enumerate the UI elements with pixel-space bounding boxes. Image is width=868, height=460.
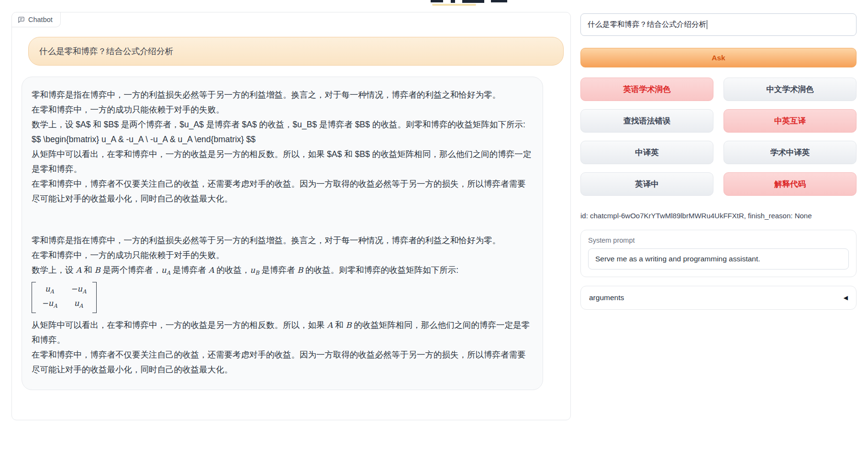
title-underline — [432, 4, 476, 6]
bot-raw-line: 零和博弈是指在博弈中，一方的利益损失必然等于另一方的利益增益。换言之，对于每一种… — [32, 88, 533, 102]
preset-button-zh-to-en[interactable]: 中译英 — [580, 141, 713, 164]
question-input[interactable]: 什么是零和博弈？结合公式介绍分析 — [580, 13, 857, 36]
bot-raw-line: 在零和博弈中，一方的成功只能依赖于对手的失败。 — [32, 102, 533, 117]
system-prompt-input[interactable]: Serve me as a writing and programming as… — [588, 248, 849, 269]
matrix-entry: −uA — [71, 283, 87, 297]
math-var: uB — [250, 266, 259, 275]
chatbot-panel-label: Chatbot — [12, 12, 61, 27]
system-prompt-label: System prompt — [588, 236, 849, 244]
user-message-text: 什么是零和博弈？结合公式介绍分析 — [39, 46, 173, 56]
preset-button-chinese-polish[interactable]: 中文学术润色 — [723, 78, 857, 101]
preset-button-explain-code[interactable]: 解释代码 — [723, 172, 857, 196]
math-var: A — [327, 321, 333, 330]
title-fragment — [491, 0, 507, 2]
bot-rendered-line: 在零和博弈中，博弈者不仅要关注自己的收益，还需要考虑对手的收益。因为一方取得的收… — [32, 348, 533, 377]
matrix-entry: uA — [42, 283, 57, 297]
chatbot-panel: Chatbot 什么是零和博弈？结合公式介绍分析 零和博弈是指在博弈中，一方的利… — [11, 12, 571, 420]
bot-raw-latex-line: $$ \begin{bmatrix} u_A & -u_A \ -u_A & u… — [32, 132, 533, 147]
text-cursor — [707, 20, 707, 29]
preset-button-zh-en-mutual[interactable]: 中英互译 — [723, 109, 857, 133]
math-var: uA — [161, 266, 170, 275]
bot-raw-block: 零和博弈是指在博弈中，一方的利益损失必然等于另一方的利益增益。换言之，对于每一种… — [32, 88, 533, 206]
chat-messages: 什么是零和博弈？结合公式介绍分析 零和博弈是指在博弈中，一方的利益损失必然等于另… — [12, 12, 570, 390]
question-input-value: 什么是零和博弈？结合公式介绍分析 — [588, 20, 706, 30]
clipped-page-title — [430, 0, 525, 7]
chatbot-panel-label-text: Chatbot — [28, 16, 53, 23]
message-gap — [32, 206, 533, 233]
arguments-accordion[interactable]: arguments ◀ — [580, 286, 857, 310]
bot-raw-line: 从矩阵中可以看出，在零和博弈中，一方的收益是另一方的相反数。所以，如果 $A$ … — [32, 147, 533, 177]
bot-rendered-line: 在零和博弈中，一方的成功只能依赖于对手的失败。 — [32, 248, 533, 263]
bot-rendered-line: 零和博弈是指在博弈中，一方的利益损失必然等于另一方的利益增益。换言之，对于每一种… — [32, 233, 533, 248]
math-var: B — [346, 321, 352, 330]
bot-rendered-line: 从矩阵中可以看出，在零和博弈中，一方的收益是另一方的相反数。所以，如果 A 和 … — [32, 318, 533, 348]
bot-message-bubble: 零和博弈是指在博弈中，一方的利益损失必然等于另一方的利益增益。换言之，对于每一种… — [22, 77, 543, 390]
math-var: A — [76, 266, 81, 275]
completion-status-line: id: chatcmpl-6wOo7KrYTwMl89lbrMWRu4UkFFX… — [580, 212, 857, 220]
user-message-bubble: 什么是零和博弈？结合公式介绍分析 — [28, 37, 564, 66]
preset-button-english-polish[interactable]: 英语学术润色 — [580, 78, 713, 101]
preset-button-find-grammar[interactable]: 查找语法错误 — [580, 109, 713, 133]
matrix-right-bracket — [92, 282, 97, 313]
collapse-triangle-icon: ◀ — [844, 294, 848, 301]
matrix-left-bracket — [32, 282, 36, 313]
math-var: A — [209, 266, 214, 275]
math-var: B — [95, 266, 100, 275]
bot-rendered-block: 零和博弈是指在博弈中，一方的利益损失必然等于另一方的利益增益。换言之，对于每一种… — [32, 233, 533, 377]
bot-raw-line: 数学上，设 $A$ 和 $B$ 是两个博弈者，$u_A$ 是博弈者 $A$ 的收… — [32, 117, 533, 132]
arguments-accordion-label: arguments — [589, 293, 624, 302]
bot-raw-line: 在零和博弈中，博弈者不仅要关注自己的收益，还需要考虑对手的收益。因为一方取得的收… — [32, 177, 533, 206]
matrix-entry: uA — [71, 298, 87, 312]
rendered-matrix: uA −uA −uA uA — [32, 280, 533, 318]
controls-column: 什么是零和博弈？结合公式介绍分析 Ask 英语学术润色 中文学术润色 查找语法错… — [580, 13, 857, 310]
preset-button-en-to-zh[interactable]: 英译中 — [580, 172, 713, 196]
system-prompt-box: System prompt Serve me as a writing and … — [580, 230, 857, 277]
bot-rendered-math-intro: 数学上，设 A 和 B 是两个博弈者，uA 是博弈者 A 的收益，uB 是博弈者… — [32, 263, 533, 280]
matrix-entry: −uA — [42, 298, 57, 312]
title-fragment — [462, 0, 484, 3]
preset-button-academic-zh-en[interactable]: 学术中译英 — [723, 141, 857, 164]
chat-bubble-icon — [18, 16, 25, 23]
math-var: B — [297, 266, 303, 275]
preset-button-grid: 英语学术润色 中文学术润色 查找语法错误 中英互译 中译英 学术中译英 英译中 … — [580, 78, 857, 196]
title-fragment — [431, 0, 443, 2]
ask-button[interactable]: Ask — [580, 48, 857, 67]
matrix-entries: uA −uA −uA uA — [36, 282, 92, 313]
title-fragment — [451, 0, 455, 3]
